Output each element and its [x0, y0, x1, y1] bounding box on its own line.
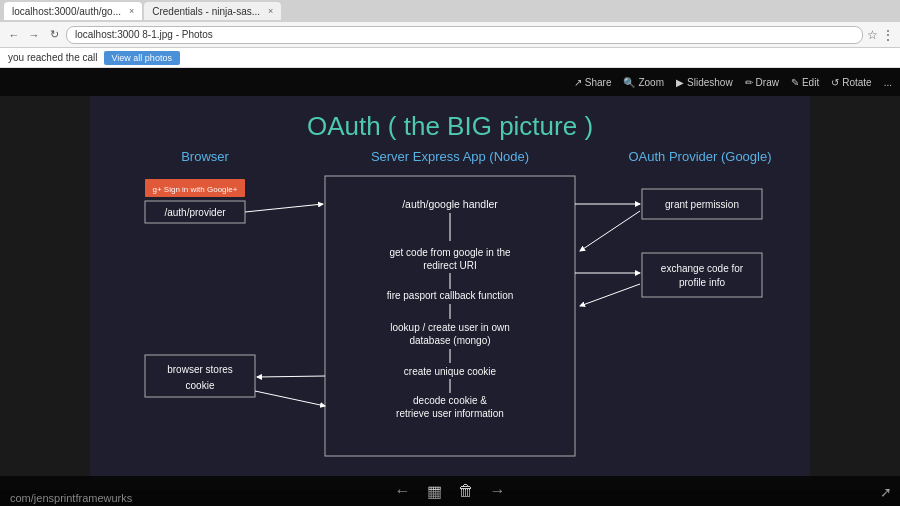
nav-actions: ☆ ⋮ [867, 28, 894, 42]
more-button[interactable]: ... [884, 77, 892, 88]
svg-text:OAuth Provider (Google): OAuth Provider (Google) [628, 149, 771, 164]
bottom-scrolled-text: com/jensprintframewurks [0, 490, 900, 506]
svg-text:/auth/google handler: /auth/google handler [402, 198, 498, 210]
tab-inactive[interactable]: Credentials - ninja-sas... × [144, 2, 281, 20]
svg-text:cookie: cookie [186, 380, 215, 391]
tab-bar: localhost:3000/auth/go... × Credentials … [0, 0, 900, 22]
notification-text: you reached the call [8, 52, 98, 63]
image-content: OAuth ( the BIG picture ) Browser Server… [0, 96, 900, 476]
svg-text:g+ Sign in with Google+: g+ Sign in with Google+ [153, 185, 238, 194]
svg-text:retrieve user information: retrieve user information [396, 408, 504, 419]
rotate-button[interactable]: ↺ Rotate [831, 77, 871, 88]
tab-label: localhost:3000/auth/go... [12, 6, 121, 17]
back-button[interactable]: ← [6, 27, 22, 43]
svg-line-32 [580, 211, 640, 251]
rotate-icon: ↺ [831, 77, 839, 88]
browser-chrome: localhost:3000/auth/go... × Credentials … [0, 0, 900, 68]
svg-text:/auth/provider: /auth/provider [164, 207, 226, 218]
draw-button[interactable]: ✏ Draw [745, 77, 779, 88]
image-viewer: ↗ Share 🔍 Zoom ▶ Slideshow ✏ Draw ✎ Edit… [0, 68, 900, 506]
svg-text:lookup / create user in own: lookup / create user in own [390, 322, 510, 333]
svg-line-36 [255, 391, 325, 406]
tab-close[interactable]: × [129, 6, 134, 16]
svg-line-30 [245, 204, 323, 212]
slide-title: OAuth ( the BIG picture ) [307, 111, 593, 142]
share-icon: ↗ [574, 77, 582, 88]
svg-line-34 [580, 284, 640, 306]
svg-line-35 [257, 376, 325, 377]
svg-text:fire pasport callback function: fire pasport callback function [387, 290, 514, 301]
address-text: localhost:3000 8-1.jpg - Photos [75, 29, 213, 40]
svg-text:grant permission: grant permission [665, 199, 739, 210]
bookmark-icon[interactable]: ☆ [867, 28, 878, 42]
edit-button[interactable]: ✎ Edit [791, 77, 819, 88]
tab-close-2[interactable]: × [268, 6, 273, 16]
svg-text:browser stores: browser stores [167, 364, 233, 375]
svg-text:exchange code for: exchange code for [661, 263, 744, 274]
forward-button[interactable]: → [26, 27, 42, 43]
tab-label-2: Credentials - ninja-sas... [152, 6, 260, 17]
diagram-svg: Browser Server Express App (Node) OAuth … [90, 141, 810, 476]
zoom-button[interactable]: 🔍 Zoom [623, 77, 664, 88]
slide: OAuth ( the BIG picture ) Browser Server… [90, 96, 810, 476]
image-toolbar: ↗ Share 🔍 Zoom ▶ Slideshow ✏ Draw ✎ Edit… [0, 68, 900, 96]
svg-text:Browser: Browser [181, 149, 229, 164]
tab-active[interactable]: localhost:3000/auth/go... × [4, 2, 142, 20]
svg-text:decode cookie &: decode cookie & [413, 395, 487, 406]
zoom-icon: 🔍 [623, 77, 635, 88]
edit-icon: ✎ [791, 77, 799, 88]
svg-text:redirect URI: redirect URI [423, 260, 476, 271]
svg-text:database (mongo): database (mongo) [409, 335, 490, 346]
reload-button[interactable]: ↻ [46, 27, 62, 43]
slideshow-icon: ▶ [676, 77, 684, 88]
menu-icon[interactable]: ⋮ [882, 28, 894, 42]
svg-text:Server Express App (Node): Server Express App (Node) [371, 149, 529, 164]
share-button[interactable]: ↗ Share [574, 77, 612, 88]
svg-text:create unique cookie: create unique cookie [404, 366, 497, 377]
notification-bar: you reached the call View all photos [0, 48, 900, 68]
svg-text:profile info: profile info [679, 277, 726, 288]
svg-text:get code from google in the: get code from google in the [389, 247, 511, 258]
view-all-photos-button[interactable]: View all photos [104, 51, 180, 65]
draw-icon: ✏ [745, 77, 753, 88]
slideshow-button[interactable]: ▶ Slideshow [676, 77, 733, 88]
nav-bar: ← → ↻ localhost:3000 8-1.jpg - Photos ☆ … [0, 22, 900, 48]
address-bar[interactable]: localhost:3000 8-1.jpg - Photos [66, 26, 863, 44]
svg-rect-24 [642, 253, 762, 297]
